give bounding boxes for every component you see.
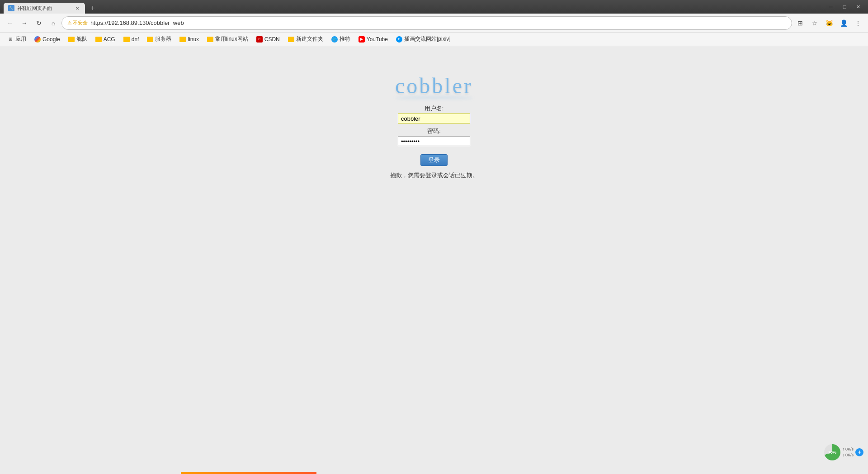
- csdn-icon: C: [256, 36, 263, 43]
- bookmark-dnf[interactable]: dnf: [120, 35, 143, 44]
- new-tab-button[interactable]: +: [87, 3, 99, 14]
- bookmark-linux-sites[interactable]: 常用linux网站: [203, 34, 252, 44]
- network-plus-button[interactable]: +: [855, 448, 863, 456]
- bookmark-server[interactable]: 服务器: [143, 34, 175, 44]
- reload-button[interactable]: ↻: [33, 17, 45, 29]
- window-controls: ─ □ ✕: [825, 2, 864, 11]
- back-button[interactable]: ←: [4, 17, 16, 29]
- toolbar: ← → ↻ ⌂ ⚠ 不安全 https://192.168.89.130/cob…: [0, 14, 868, 33]
- error-message: 抱歉，您需要登录或会话已过期。: [390, 171, 478, 180]
- bookmark-label: YouTube: [367, 36, 388, 43]
- password-label: 密码:: [427, 127, 441, 135]
- password-input[interactable]: [398, 136, 470, 146]
- bookmark-label: Google: [42, 36, 60, 43]
- folder-icon: [68, 37, 75, 42]
- folder-icon: [95, 37, 102, 42]
- bookmark-new-folder[interactable]: 新建文件夹: [284, 34, 327, 44]
- folder-icon: [288, 37, 294, 42]
- user-icon[interactable]: 👤: [837, 17, 850, 29]
- page-content: cobbler 用户名: 密码: 登录 抱歉，您需要登录或会话已过期。: [0, 46, 868, 474]
- tab-favicon: 🔧: [8, 5, 14, 11]
- login-button[interactable]: 登录: [420, 154, 448, 166]
- bottom-bar: [181, 472, 316, 474]
- bookmark-pixiv[interactable]: P 插画交流网站[pixiv]: [392, 34, 454, 44]
- bookmark-icon[interactable]: ☆: [808, 17, 821, 29]
- bookmark-label: dnf: [132, 36, 139, 43]
- bookmark-label: 舰队: [76, 35, 87, 43]
- security-label: 不安全: [73, 19, 88, 26]
- maximize-button[interactable]: □: [838, 2, 851, 11]
- twitter-icon: 🐦: [331, 36, 338, 43]
- security-warning: ⚠ 不安全: [67, 19, 88, 26]
- bookmark-label: 应用: [15, 35, 26, 43]
- login-container: cobbler 用户名: 密码: 登录 抱歉，您需要登录或会话已过期。: [390, 73, 478, 180]
- network-circle[interactable]: 70%: [824, 444, 840, 460]
- bookmark-csdn[interactable]: C CSDN: [253, 35, 283, 44]
- home-button[interactable]: ⌂: [47, 17, 60, 29]
- bookmark-acg[interactable]: ACG: [92, 35, 119, 44]
- forward-button[interactable]: →: [18, 17, 31, 29]
- network-widget: 70% ↑ 0K/s ↓ 0K/s +: [824, 444, 863, 460]
- tab-bar: 🔧 补鞋匠网页界面 ✕ +: [4, 0, 825, 14]
- bookmark-label: ACG: [104, 36, 115, 43]
- bookmark-label: 插画交流网站[pixiv]: [404, 35, 451, 43]
- close-button[interactable]: ✕: [852, 2, 864, 11]
- bookmark-label: 新建文件夹: [296, 35, 323, 43]
- minimize-button[interactable]: ─: [825, 2, 837, 11]
- bookmark-twitter[interactable]: 🐦 推特: [328, 34, 354, 44]
- folder-icon: [207, 37, 213, 42]
- tab-close-button[interactable]: ✕: [74, 5, 80, 11]
- active-tab[interactable]: 🔧 补鞋匠网页界面 ✕: [4, 3, 85, 14]
- bookmark-label: 常用linux网站: [215, 35, 248, 43]
- toolbar-right: ⊞ ☆ 🐱 👤 ⋮: [794, 17, 864, 29]
- pixiv-icon: P: [396, 36, 402, 43]
- apps-icon: ⊞: [7, 36, 14, 43]
- bookmark-fleet[interactable]: 舰队: [65, 34, 91, 44]
- username-row: 用户名:: [398, 104, 470, 123]
- folder-icon: [123, 37, 130, 42]
- youtube-icon: ▶: [359, 36, 365, 43]
- menu-icon[interactable]: ⋮: [852, 17, 864, 29]
- username-label: 用户名:: [425, 104, 444, 113]
- bookmark-google[interactable]: Google: [31, 35, 64, 44]
- bookmark-linux[interactable]: linux: [176, 35, 203, 44]
- bookmark-apps[interactable]: ⊞ 应用: [4, 34, 30, 44]
- bookmark-label: linux: [188, 36, 199, 43]
- url-text: https://192.168.89.130/cobbler_web: [90, 19, 184, 26]
- network-speed: ↑ 0K/s ↓ 0K/s: [842, 446, 854, 458]
- bookmark-youtube[interactable]: ▶ YouTube: [355, 35, 392, 44]
- password-row: 密码:: [398, 127, 470, 146]
- bookmark-label: CSDN: [264, 36, 280, 43]
- address-bar[interactable]: ⚠ 不安全 https://192.168.89.130/cobbler_web: [61, 16, 792, 30]
- folder-icon: [147, 37, 153, 42]
- network-percent: 70%: [828, 450, 836, 455]
- bookmarks-bar: ⊞ 应用 Google 舰队 ACG dnf 服务器 linux 常用linux…: [0, 33, 868, 46]
- bookmark-label: 推特: [340, 35, 350, 43]
- tab-title: 补鞋匠网页界面: [17, 5, 52, 12]
- google-icon: [34, 36, 41, 43]
- extension-icon[interactable]: 🐱: [823, 17, 835, 29]
- cobbler-logo: cobbler: [395, 73, 473, 100]
- folder-icon: [179, 37, 186, 42]
- title-bar: 🔧 补鞋匠网页界面 ✕ + ─ □ ✕: [0, 0, 868, 14]
- bookmark-label: 服务器: [155, 35, 171, 43]
- username-input[interactable]: [398, 114, 470, 123]
- translate-icon[interactable]: ⊞: [794, 17, 807, 29]
